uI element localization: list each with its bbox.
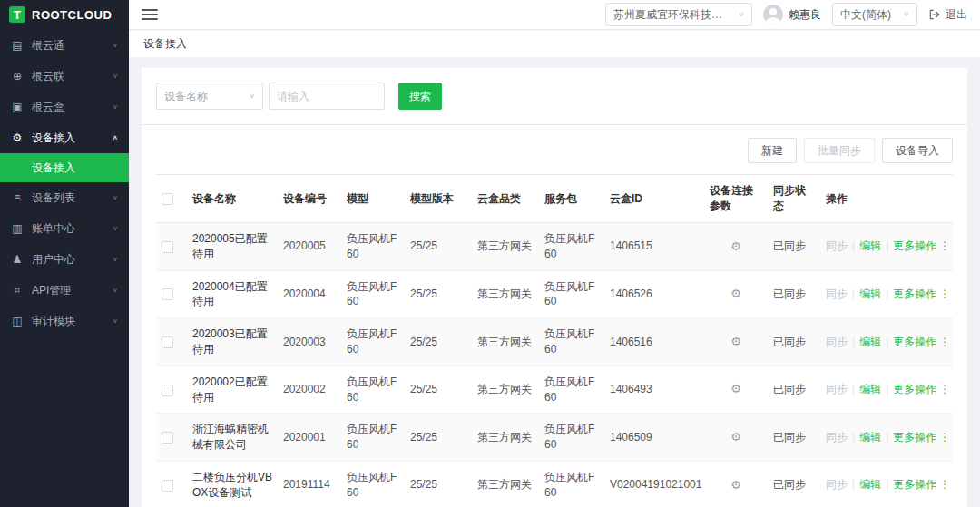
column-header: 设备编号 [278, 175, 341, 223]
sidebar-item-billing-center[interactable]: ▥账单中心∨ [0, 213, 129, 244]
logout-icon [928, 8, 941, 21]
box-id-cell: 1406493 [604, 366, 704, 414]
more-actions-link[interactable]: 更多操作 [893, 431, 936, 444]
edit-link[interactable]: 编辑 [859, 431, 881, 444]
more-dots-icon[interactable]: ⋮ [939, 288, 950, 300]
chevron-down-icon: ∨ [903, 11, 909, 18]
sync-link[interactable]: 同步 [826, 288, 848, 300]
menu-toggle-button[interactable] [142, 6, 158, 23]
edit-link[interactable]: 编辑 [859, 288, 881, 300]
sidebar-item-label: 根云盒 [32, 100, 103, 115]
edit-link[interactable]: 编辑 [859, 239, 881, 252]
new-button[interactable]: 新建 [748, 138, 797, 163]
gear-icon[interactable]: ⚙ [730, 382, 741, 395]
more-actions-link[interactable]: 更多操作 [893, 478, 936, 491]
chevron-down-icon: ∨ [112, 103, 118, 111]
more-dots-icon[interactable]: ⋮ [939, 431, 950, 444]
chevron-down-icon: ∨ [112, 256, 118, 263]
table-row: 浙江海蜗精密机械有限公司2020001负压风机F6025/25第三方网关负压风机… [156, 414, 953, 462]
row-checkbox[interactable] [162, 336, 173, 348]
sidebar-item-user-center[interactable]: ♟用户中心∨ [0, 244, 129, 275]
sidebar: ▤根云通∨⊕根云联∨▣根云盒∨⚙设备接入∧设备接入≡设备列表∨▥账单中心∨♟用户… [0, 30, 129, 507]
box-id-cell: 1406526 [604, 270, 704, 318]
table-row: 2020002已配置待用2020002负压风机F6025/25第三方网关负压风机… [156, 366, 953, 414]
sidebar-item-genyun-lian[interactable]: ⊕根云联∨ [0, 61, 129, 92]
bill-icon: ▥ [11, 222, 24, 235]
actions-cell: 同步|编辑|更多操作⋮ [820, 461, 953, 507]
sync-link[interactable]: 同步 [826, 336, 848, 348]
more-dots-icon[interactable]: ⋮ [939, 239, 950, 252]
box-category-cell: 第三方网关 [472, 414, 539, 462]
main-content: 设备接入 设备名称 ∨ 搜索 新建 批量同步 设备导入 [129, 30, 980, 507]
sync-link[interactable]: 同步 [826, 239, 848, 252]
actions-cell: 同步|编辑|更多操作⋮ [820, 223, 953, 271]
sync-status-cell: 已同步 [768, 223, 820, 271]
model-version-cell: 25/25 [405, 223, 472, 271]
connect-params-cell: ⚙ [704, 461, 768, 507]
row-checkbox[interactable] [162, 432, 173, 444]
more-actions-link[interactable]: 更多操作 [893, 288, 936, 300]
row-checkbox[interactable] [162, 241, 173, 253]
link-icon: ⊕ [11, 70, 24, 83]
action-separator: | [886, 383, 888, 395]
device-code-cell: 2020002 [278, 366, 341, 414]
search-input[interactable] [269, 83, 385, 110]
model-version-cell: 25/25 [405, 366, 472, 414]
batch-sync-button[interactable]: 批量同步 [804, 138, 875, 163]
model-cell: 负压风机F60 [341, 414, 405, 462]
table-row: 2020004已配置待用2020004负压风机F6025/25第三方网关负压风机… [156, 270, 953, 318]
table-toolbar: 新建 批量同步 设备导入 [142, 125, 967, 174]
company-select[interactable]: 苏州夏威宜环保科技有限... ∨ [605, 3, 752, 26]
sync-link[interactable]: 同步 [826, 383, 848, 395]
more-actions-link[interactable]: 更多操作 [893, 239, 936, 252]
gear-icon[interactable]: ⚙ [730, 239, 741, 253]
edit-link[interactable]: 编辑 [859, 336, 881, 348]
more-dots-icon[interactable]: ⋮ [939, 383, 950, 395]
list-icon: ≡ [11, 191, 24, 204]
more-dots-icon[interactable]: ⋮ [939, 478, 950, 491]
service-package-cell: 负压风机F60 [539, 461, 604, 507]
sync-link[interactable]: 同步 [826, 478, 848, 491]
more-actions-link[interactable]: 更多操作 [893, 336, 936, 348]
chevron-down-icon: ∨ [112, 287, 118, 294]
breadcrumb-label: 设备接入 [143, 36, 187, 52]
gear-icon[interactable]: ⚙ [730, 287, 741, 300]
box-category-cell: 第三方网关 [472, 461, 539, 507]
chevron-down-icon: ∨ [112, 194, 118, 201]
sidebar-item-device-list[interactable]: ≡设备列表∨ [0, 182, 129, 213]
service-package-cell: 负压风机F60 [539, 318, 604, 366]
row-checkbox[interactable] [162, 385, 173, 396]
sync-link[interactable]: 同步 [826, 431, 848, 444]
language-select[interactable]: 中文(简体) ∨ [832, 3, 917, 26]
logout-button[interactable]: 退出 [928, 7, 967, 23]
gear-icon[interactable]: ⚙ [730, 478, 741, 492]
device-import-button[interactable]: 设备导入 [882, 138, 953, 163]
more-actions-link[interactable]: 更多操作 [893, 383, 936, 395]
sidebar-item-label: 根云通 [32, 38, 103, 54]
select-all-checkbox[interactable] [162, 193, 173, 205]
search-button[interactable]: 搜索 [398, 83, 442, 110]
brand-logo[interactable]: T ROOTCLOUD [0, 0, 129, 30]
row-checkbox[interactable] [162, 288, 173, 300]
gear-icon[interactable]: ⚙ [730, 335, 741, 348]
actions-cell: 同步|编辑|更多操作⋮ [820, 366, 953, 414]
sidebar-item-audit-module[interactable]: ◫审计模块∨ [0, 306, 129, 336]
more-dots-icon[interactable]: ⋮ [939, 336, 950, 348]
device-code-cell: 2020001 [278, 414, 341, 462]
sidebar-item-genyun-tong[interactable]: ▤根云通∨ [0, 30, 129, 61]
sidebar-item-device-access[interactable]: ⚙设备接入∧ [0, 122, 129, 153]
chevron-down-icon: ∨ [112, 73, 118, 80]
sidebar-subitem-device-access-sub[interactable]: 设备接入 [0, 153, 129, 182]
device-name-select[interactable]: 设备名称 ∨ [156, 83, 263, 110]
sidebar-item-api-management[interactable]: ⌗API管理∨ [0, 275, 129, 306]
content-card: 设备名称 ∨ 搜索 新建 批量同步 设备导入 设备名称设备编号模型模型版本云盒品… [142, 68, 967, 507]
service-package-cell: 负压风机F60 [539, 270, 604, 318]
edit-link[interactable]: 编辑 [859, 383, 881, 395]
row-checkbox[interactable] [162, 480, 173, 492]
chevron-down-icon: ∨ [249, 93, 255, 100]
device-name-cell: 2020005已配置待用 [187, 223, 278, 271]
service-package-cell: 负压风机F60 [539, 223, 604, 271]
edit-link[interactable]: 编辑 [859, 478, 881, 491]
gear-icon[interactable]: ⚙ [730, 430, 741, 444]
sidebar-item-genyun-he[interactable]: ▣根云盒∨ [0, 92, 129, 122]
